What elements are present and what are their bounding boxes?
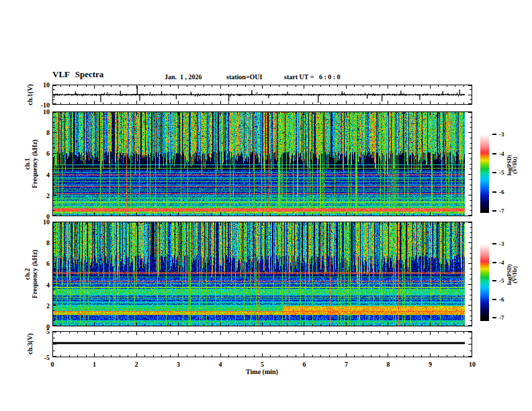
colorbar-tick-mark: [492, 299, 496, 300]
colorbar-ch1: [480, 118, 489, 213]
voltage-tick-label: 10: [43, 81, 50, 89]
colorbar1-axis-label: log(PSD)(V²/Hz): [507, 155, 519, 176]
colorbar-ch2: [480, 228, 489, 321]
voltage-tick-label: -5: [44, 354, 50, 361]
figure-title: VLF Spectra: [52, 70, 103, 79]
colorbar-tick-label: -5: [499, 277, 504, 284]
ch1-frequency-axis-label: ch.1 Frequency (kHz): [24, 140, 38, 188]
start-ut-label: start UT = 6 : 0 : 0: [284, 74, 341, 81]
colorbar-tick-label: -3: [499, 240, 504, 247]
ch3-voltage-axis-label: ch.3(V): [27, 333, 34, 354]
colorbar-tick-mark: [492, 317, 496, 318]
frequency-tick-label: 6: [46, 150, 50, 157]
vlf-spectra-page: VLF Spectra Jan. 1 , 2026 station=OUI st…: [0, 0, 532, 411]
frequency-tick-label: 10: [43, 218, 50, 226]
time-tick-label: 3: [177, 361, 180, 368]
time-tick-label: 5: [261, 361, 264, 368]
colorbar-tick-mark: [492, 280, 496, 281]
time-tick-label: 4: [219, 361, 222, 368]
time-axis-label: Time (min): [246, 369, 278, 376]
colorbar-tick-mark: [492, 243, 496, 244]
time-tick-label: 8: [387, 361, 390, 368]
time-tick-label: 2: [135, 361, 138, 368]
frequency-tick-label: 8: [46, 239, 50, 246]
ch1-waveform-plot: [52, 85, 472, 105]
station-label: station=OUI: [226, 74, 262, 81]
colorbar-tick-mark: [492, 262, 496, 263]
date-label: Jan. 1 , 2026: [165, 74, 202, 81]
frequency-tick-label: 2: [46, 302, 50, 309]
ch3-waveform-plot: [52, 331, 472, 357]
colorbar-tick-mark: [492, 172, 496, 173]
ch1-voltage-axis-label: ch.1(V): [27, 84, 34, 105]
colorbar-tick-label: -6: [499, 296, 504, 303]
colorbar-tick-label: -4: [499, 259, 504, 266]
colorbar-tick-mark: [492, 153, 496, 154]
colorbar-tick-label: -5: [499, 169, 504, 176]
colorbar-tick-label: -6: [499, 189, 504, 195]
frequency-tick-label: 8: [46, 129, 50, 136]
colorbar-tick-mark: [492, 191, 496, 193]
voltage-tick-label: -10: [41, 101, 50, 109]
frequency-tick-label: 6: [46, 260, 50, 267]
ch2-frequency-axis-label: ch.2 Frequency (kHz): [24, 250, 38, 298]
frequency-tick-label: 10: [43, 108, 50, 116]
colorbar-tick-mark: [492, 210, 496, 212]
colorbar-tick-label: -7: [499, 314, 504, 321]
colorbar-tick-label: -3: [499, 131, 504, 138]
frequency-tick-label: 2: [46, 191, 50, 199]
frequency-tick-label: 4: [46, 281, 50, 288]
colorbar-tick-label: -4: [499, 150, 504, 157]
time-tick-label: 7: [345, 361, 348, 368]
ch2-spectrogram: [52, 222, 472, 326]
frequency-tick-label: 4: [46, 171, 50, 178]
time-tick-label: 6: [303, 361, 306, 368]
time-tick-label: 1: [93, 361, 96, 368]
voltage-tick-label: 5: [46, 328, 50, 335]
time-tick-label: 0: [51, 361, 54, 368]
colorbar-tick-mark: [492, 134, 496, 135]
colorbar-tick-label: -7: [499, 208, 504, 214]
time-tick-label: 10: [469, 361, 476, 368]
time-tick-label: 9: [429, 361, 432, 368]
ch1-spectrogram: [52, 111, 472, 216]
colorbar2-axis-label: log(PSD)(V²/Hz): [507, 265, 519, 285]
